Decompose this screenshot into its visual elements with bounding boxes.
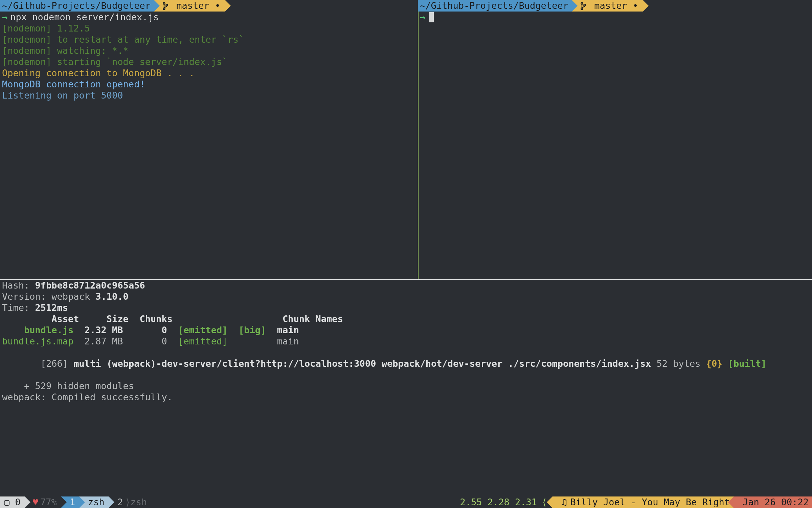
webpack-hash-line: Hash: 9fbbe8c8712a0c965a56 [2, 280, 810, 291]
command-input-left[interactable]: npx nodemon server/index.js [10, 12, 159, 22]
terminal-output-line: [nodemon] 1.12.5 [2, 23, 416, 34]
svg-point-2 [166, 4, 167, 6]
webpack-module-line: [266] multi (webpack)-dev-server/client?… [2, 347, 810, 380]
heart-icon: ♥ [33, 496, 38, 508]
prompt-path: ~/Github-Projects/Budgeteer [0, 0, 154, 12]
prompt-powerline-right: ~/Github-Projects/Budgeteer master • [418, 0, 643, 12]
webpack-done-line: webpack: Compiled successfully. [2, 391, 810, 403]
terminal-output-line: [nodemon] starting `node server/index.js… [2, 56, 416, 67]
terminal-pane-right[interactable]: ~/Github-Projects/Budgeteer master • → [418, 0, 812, 279]
git-branch-icon [163, 1, 168, 9]
webpack-time-line: Time: 2512ms [2, 302, 810, 313]
tmux-status-bar: ▢ 0 ♥ 77% 1zsh2⟩ zsh 2.55 2.28 2.31 ⟨ ♫ … [0, 496, 812, 508]
svg-point-0 [163, 2, 165, 4]
svg-point-1 [163, 8, 165, 9]
webpack-version-line: Version: webpack 3.10.0 [2, 291, 810, 302]
prompt-arrow-icon: → [420, 12, 428, 22]
status-now-playing: ♫ Billy Joel - You May Be Right [552, 496, 734, 508]
prompt-path: ~/Github-Projects/Budgeteer [418, 0, 572, 12]
webpack-table-header: Asset Size Chunks Chunk Names [2, 313, 810, 324]
webpack-asset-row: bundle.js.map 2.87 MB 0 [emitted] main [2, 336, 810, 347]
status-window-inactive[interactable]: 2⟩ zsh [109, 496, 151, 508]
svg-point-5 [584, 4, 585, 6]
terminal-output-line: Opening connection to MongoDB . . . [2, 67, 416, 79]
status-session[interactable]: ▢ 0 [0, 496, 25, 508]
status-clock: Jan 26 00:22 [734, 496, 812, 508]
svg-point-3 [581, 2, 583, 4]
terminal-output-line: Listening on port 5000 [2, 90, 416, 101]
git-branch-icon [581, 1, 586, 9]
prompt-arrow-icon: → [2, 12, 10, 22]
webpack-asset-row: bundle.js 2.32 MB 0 [emitted] [big] main [2, 324, 810, 336]
prompt-git-branch: master • [572, 0, 643, 12]
terminal-output-left: [nodemon] 1.12.5[nodemon] to restart at … [0, 23, 418, 101]
svg-point-4 [581, 8, 583, 9]
terminal-pane-left[interactable]: ~/Github-Projects/Budgeteer master • →np… [0, 0, 418, 279]
prompt-git-branch: master • [154, 0, 225, 12]
terminal-output-line: [nodemon] to restart at any time, enter … [2, 34, 416, 45]
prompt-powerline-left: ~/Github-Projects/Budgeteer master • [0, 0, 225, 12]
terminal-output-line: [nodemon] watching: *.* [2, 45, 416, 56]
terminal-output-line: MongoDB connection opened! [2, 79, 416, 90]
webpack-asset-rows: bundle.js 2.32 MB 0 [emitted] [big] main… [2, 324, 810, 347]
chevron-right-icon: ⟩ [125, 496, 130, 508]
music-note-icon: ♫ [561, 496, 567, 508]
cursor[interactable] [429, 12, 434, 22]
status-load: 2.55 2.28 2.31 ⟨ [456, 496, 552, 508]
webpack-hidden-modules: + 529 hidden modules [2, 380, 810, 391]
terminal-pane-bottom[interactable]: Hash: 9fbbe8c8712a0c965a56 Version: webp… [0, 280, 812, 496]
